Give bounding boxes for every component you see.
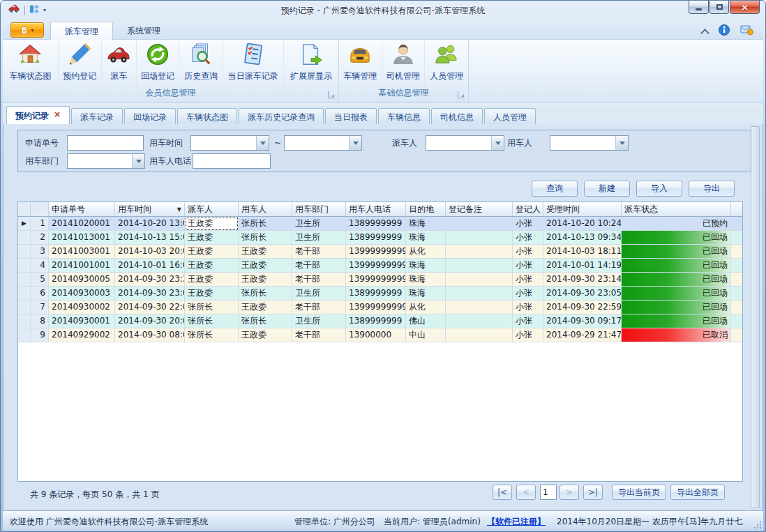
table-cell[interactable]: 珠海 [406,217,446,231]
table-cell[interactable]: 13999999999 [346,245,406,259]
status-cell[interactable]: 已回场 [622,287,731,301]
table-row[interactable]: 7201409300022014-09-30 22:00张所长王政委老干部139… [18,301,742,314]
prev-page-button[interactable]: < [516,485,536,500]
table-cell[interactable]: 张所长 [185,314,239,328]
resize-grip[interactable] [753,520,761,529]
query-button[interactable]: 查询 [532,181,578,197]
table-cell[interactable]: 2014-09-29 21:47 [543,328,622,342]
table-cell[interactable]: 小张 [513,259,543,273]
table-cell[interactable]: 20140930005 [49,273,115,287]
status-cell[interactable]: 已回场 [622,314,731,328]
extended-screen-button[interactable]: 扩展屏显示 [284,41,338,89]
table-cell[interactable]: 王政委 [239,301,292,314]
filler-header[interactable] [731,202,742,216]
import-button[interactable]: 导入 [636,181,682,197]
table-cell[interactable]: 2014-10-03 18:11 [543,245,622,259]
row-indicator[interactable] [18,301,31,314]
table-cell[interactable]: 王政委 [185,273,239,287]
collapse-ribbon-icon[interactable] [702,28,708,34]
table-cell[interactable] [446,217,513,231]
filler-cell[interactable] [731,217,742,231]
table-cell[interactable] [446,301,513,314]
table-cell[interactable]: 1389999999 [346,287,406,301]
export-all-pages-button[interactable]: 导出全部页 [670,485,725,500]
column-header[interactable]: 用车时间▼ [115,202,185,216]
column-header[interactable]: 派车人 [185,202,239,216]
chevron-down-icon[interactable] [349,136,361,150]
table-cell[interactable]: 2014-09-30 22:00 [115,301,185,314]
table-row[interactable]: 6201409300032014-09-30 23:00王政委张所长卫生所138… [18,287,742,301]
use-time-from-combobox[interactable] [190,135,269,151]
table-cell[interactable]: 2014-10-01 14:19 [543,259,622,273]
table-cell[interactable]: 卫生所 [292,231,346,245]
dialog-launcher-icon[interactable] [328,91,335,98]
status-cell[interactable]: 已预约 [622,217,731,231]
export-current-page-button[interactable]: 导出当前页 [612,485,666,500]
table-cell[interactable]: 小张 [513,287,543,301]
tab-vehicle-info[interactable]: 车辆信息 [378,108,430,124]
table-cell[interactable]: 2014-09-30 23:14 [543,273,622,287]
table-cell[interactable]: 珠海 [406,231,446,245]
chevron-down-icon[interactable] [256,136,269,150]
tab-vehicle-status-map[interactable]: 车辆状态图 [177,108,237,124]
maximize-button[interactable] [709,1,729,14]
table-cell[interactable]: 卫生所 [292,314,346,328]
table-cell[interactable]: 小张 [513,301,543,314]
table-cell[interactable]: 从化 [406,245,446,259]
table-cell[interactable]: 1389999999 [346,217,406,231]
table-cell[interactable]: 2014-09-30 09:17 [543,314,622,328]
next-page-button[interactable]: > [560,485,579,500]
column-header[interactable]: 派车状态 [622,202,731,216]
table-cell[interactable]: 佛山 [406,314,446,328]
tab-daily-report[interactable]: 当日报表 [325,108,377,124]
table-row[interactable]: ▶1201410200012014-10-20 13:00王政委张所长卫生所13… [18,217,742,231]
table-cell[interactable]: 20141013001 [49,231,115,245]
dept-combobox[interactable] [67,153,145,169]
chevron-down-icon[interactable] [615,136,628,150]
table-cell[interactable] [446,328,513,342]
table-row[interactable]: 9201409290022014-09-30 08:00张所长王政委老干部139… [18,328,742,342]
row-number[interactable]: 5 [31,273,49,287]
use-time-to-combobox[interactable] [284,135,362,151]
filler-cell[interactable] [731,259,742,273]
table-cell[interactable]: 2014-09-30 20:00 [115,314,185,328]
filler-cell[interactable] [731,231,742,245]
status-cell[interactable]: 已取消 [622,328,731,342]
table-cell[interactable]: 卫生所 [292,287,346,301]
table-cell[interactable]: 2014-09-30 23:30 [115,273,185,287]
history-query-button[interactable]: 历史查询 [179,41,223,89]
row-number[interactable]: 1 [31,217,49,231]
dispatch-button[interactable]: 派车 [102,41,137,89]
tab-personnel-manage[interactable]: 人员管理 [484,108,536,124]
table-cell[interactable]: 王政委 [239,273,292,287]
row-indicator-header[interactable] [18,202,31,216]
app-menu-button[interactable]: ▾ [10,22,44,38]
info-icon[interactable] [719,24,730,38]
table-cell[interactable]: 中山 [406,328,446,342]
table-cell[interactable]: 王政委 [185,287,239,301]
column-header[interactable]: 用车人 [239,202,292,216]
column-header[interactable]: 用车部门 [292,202,346,216]
page-number-input[interactable] [540,485,557,500]
table-cell[interactable]: 20141003001 [49,245,115,259]
table-cell[interactable] [446,259,513,273]
table-cell[interactable]: 王政委 [185,259,239,273]
driver-manage-button[interactable]: 司机管理 [382,41,426,89]
today-dispatch-records-button[interactable]: 当日派车记录 [223,41,284,89]
column-header[interactable]: 申请单号 [49,202,115,216]
table-cell[interactable]: 2014-10-13 09:34 [543,231,622,245]
filler-cell[interactable] [731,245,742,259]
minimize-button[interactable] [689,1,709,14]
table-cell[interactable]: 卫生所 [292,217,346,231]
vertical-scrollbar[interactable] [751,126,760,508]
table-cell[interactable]: 2014-10-20 13:00 [115,217,185,231]
table-cell[interactable]: 小张 [513,217,543,231]
table-cell[interactable]: 小张 [513,273,543,287]
sort-arrow-icon[interactable]: ▼ [177,203,181,216]
table-row[interactable]: 8201409300012014-09-30 20:00张所长张所长卫生所138… [18,314,742,328]
table-cell[interactable]: 2014-10-03 20:00 [115,245,185,259]
table-row[interactable]: 4201410010012014-10-01 16:00王政委王政委老干部139… [18,259,742,273]
row-number[interactable]: 3 [31,245,49,259]
status-cell[interactable]: 已回场 [622,273,731,287]
table-cell[interactable]: 珠海 [406,273,446,287]
